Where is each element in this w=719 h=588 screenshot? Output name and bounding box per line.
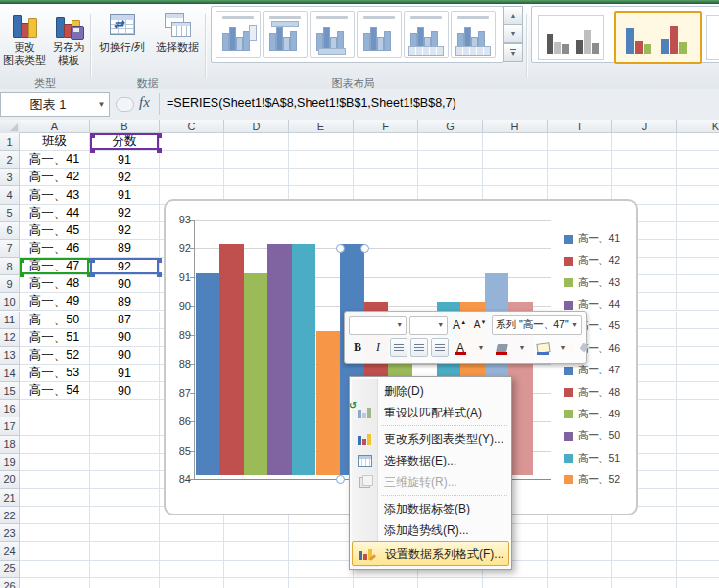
- cell-E2[interactable]: [289, 151, 354, 169]
- cell-A16[interactable]: [20, 400, 90, 417]
- row-header-12[interactable]: 12: [0, 329, 20, 347]
- cell-B22[interactable]: [90, 507, 160, 524]
- cell-A18[interactable]: [20, 436, 90, 454]
- font-color-button[interactable]: A: [452, 338, 469, 357]
- cell-K5[interactable]: [677, 205, 719, 222]
- row-header-17[interactable]: 17: [0, 417, 20, 435]
- cell-A17[interactable]: [20, 417, 90, 435]
- cell-F2[interactable]: [354, 151, 418, 169]
- cell-D25[interactable]: [224, 561, 289, 578]
- cell-B17[interactable]: [90, 417, 160, 435]
- cell-A11[interactable]: 高一、50: [20, 312, 90, 329]
- save-as-template-button[interactable]: 另存为 模板: [46, 8, 91, 78]
- cell-A1[interactable]: 班级: [20, 133, 90, 151]
- cell-C2[interactable]: [160, 151, 224, 169]
- cell-B26[interactable]: [90, 578, 160, 588]
- cell-K20[interactable]: [677, 471, 719, 489]
- legend-item-高一、42[interactable]: 高一、42: [564, 254, 620, 268]
- cell-K6[interactable]: [677, 222, 719, 240]
- menu-item-更改系列图表类型Y[interactable]: 更改系列图表类型(Y)...: [352, 428, 509, 450]
- chart-layout-thumbnail-4[interactable]: [357, 11, 402, 58]
- column-header-I[interactable]: I: [548, 120, 612, 133]
- cell-A14[interactable]: 高一、53: [20, 365, 90, 382]
- cell-K13[interactable]: [677, 347, 719, 365]
- cell-A3[interactable]: 高一、42: [20, 169, 90, 186]
- cell-K17[interactable]: [677, 417, 719, 435]
- fill-color-button[interactable]: [493, 338, 510, 357]
- row-header-6[interactable]: 6: [0, 222, 20, 240]
- outline-color-dropdown[interactable]: ▼: [554, 338, 572, 357]
- chart-layout-thumbnail-6[interactable]: [451, 11, 496, 58]
- cell-A10[interactable]: 高一、49: [20, 293, 90, 311]
- cell-B4[interactable]: 91: [90, 186, 160, 204]
- cell-B7[interactable]: 89: [90, 240, 160, 258]
- cell-C24[interactable]: [160, 542, 224, 560]
- cell-E1[interactable]: [289, 133, 354, 151]
- cell-B8[interactable]: 92: [90, 258, 160, 275]
- cell-K22[interactable]: [677, 507, 719, 524]
- cell-K26[interactable]: [677, 578, 719, 588]
- grow-font-button[interactable]: A▲: [451, 316, 468, 334]
- row-header-2[interactable]: 2: [0, 151, 20, 169]
- cell-I26[interactable]: [548, 578, 612, 588]
- row-header-11[interactable]: 11: [0, 312, 20, 329]
- legend-item-高一、44[interactable]: 高一、44: [564, 298, 620, 312]
- column-header-B[interactable]: B: [90, 120, 160, 133]
- cell-A9[interactable]: 高一、48: [20, 275, 90, 293]
- legend-item-高一、41[interactable]: 高一、41: [564, 232, 620, 246]
- select-all-corner[interactable]: [0, 120, 21, 134]
- cell-A13[interactable]: 高一、52: [20, 347, 90, 365]
- cell-B25[interactable]: [90, 561, 160, 578]
- cell-D24[interactable]: [224, 542, 289, 560]
- cell-B14[interactable]: 91: [90, 365, 160, 382]
- insert-function-button[interactable]: fx: [139, 94, 150, 111]
- cell-J2[interactable]: [612, 151, 677, 169]
- row-header-8[interactable]: 8: [0, 258, 20, 275]
- cell-C26[interactable]: [160, 578, 224, 588]
- cell-K18[interactable]: [677, 436, 719, 454]
- chart-style-thumbnail-mono[interactable]: [538, 15, 604, 60]
- menu-item-三维旋转R[interactable]: 三维旋转(R)...: [352, 471, 509, 493]
- cell-G2[interactable]: [418, 151, 483, 169]
- italic-button[interactable]: I: [369, 338, 387, 357]
- cell-A8[interactable]: 高一、47: [20, 258, 90, 275]
- chart-element-selector[interactable]: 系列 "高一、47" ▼: [492, 315, 582, 335]
- cell-C23[interactable]: [160, 524, 224, 542]
- chart-bar-高一、45[interactable]: [292, 244, 316, 475]
- cell-K11[interactable]: [677, 312, 719, 329]
- cell-D1[interactable]: [224, 133, 289, 151]
- font-name-select[interactable]: ▼: [349, 316, 407, 335]
- chart-bar-高一、44[interactable]: [267, 244, 292, 475]
- cell-K14[interactable]: [677, 365, 719, 382]
- cell-K12[interactable]: [677, 329, 719, 347]
- fill-color-dropdown[interactable]: ▼: [513, 338, 531, 357]
- column-header-J[interactable]: J: [612, 120, 677, 133]
- chart-layout-thumbnail-2[interactable]: [263, 11, 308, 58]
- font-size-select[interactable]: ▼: [409, 316, 448, 335]
- row-header-4[interactable]: 4: [0, 186, 20, 204]
- chart-style-thumbnail-color-selected[interactable]: [614, 11, 702, 64]
- cell-B18[interactable]: [90, 436, 160, 454]
- chart-layout-thumbnail-1[interactable]: [216, 11, 261, 58]
- cell-A6[interactable]: 高一、45: [20, 222, 90, 240]
- row-header-22[interactable]: 22: [0, 507, 20, 524]
- format-painter-button[interactable]: [575, 338, 593, 357]
- cell-K7[interactable]: [677, 240, 719, 258]
- align-left-button[interactable]: [390, 338, 407, 357]
- name-box[interactable]: 图表 1: [0, 92, 96, 117]
- cell-D2[interactable]: [224, 151, 289, 169]
- cell-K23[interactable]: [677, 524, 719, 542]
- row-header-19[interactable]: 19: [0, 454, 20, 471]
- cell-K24[interactable]: [677, 542, 719, 560]
- row-header-10[interactable]: 10: [0, 293, 20, 311]
- cell-A7[interactable]: 高一、46: [20, 240, 90, 258]
- cell-F3[interactable]: [354, 169, 418, 186]
- cell-G26[interactable]: [418, 578, 483, 588]
- row-header-1[interactable]: 1: [0, 133, 20, 151]
- cell-B1[interactable]: 分数: [90, 133, 160, 151]
- cell-B5[interactable]: 92: [90, 205, 160, 222]
- cell-B20[interactable]: [90, 471, 160, 489]
- cell-B11[interactable]: 87: [90, 312, 160, 329]
- legend-item-高一、51[interactable]: 高一、51: [564, 452, 620, 466]
- cell-I1[interactable]: [548, 133, 612, 151]
